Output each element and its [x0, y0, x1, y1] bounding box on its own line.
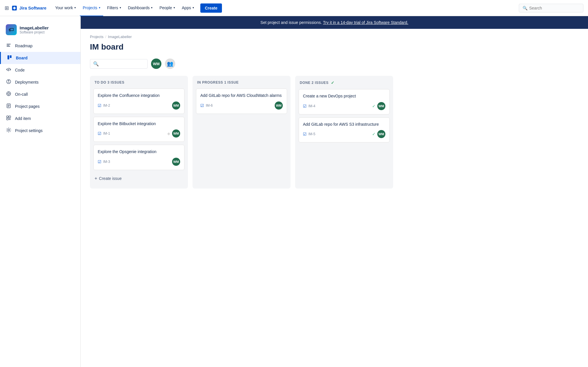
sidebar-item-project-settings[interactable]: Project settings — [0, 125, 80, 137]
board-column-done: DONE 2 ISSUES✓ Create a new DevOps proje… — [295, 76, 393, 189]
nav-your-work[interactable]: Your work ▾ — [52, 0, 79, 16]
svg-point-9 — [7, 92, 11, 96]
top-navigation: ⊞ Jira Software Your work ▾ Projects ▾ F… — [0, 0, 588, 16]
nav-apps[interactable]: Apps ▾ — [179, 0, 197, 16]
sidebar-item-roadmap[interactable]: Roadmap — [0, 40, 80, 52]
trial-banner: Set project and issue permissions. Try i… — [81, 16, 588, 29]
board-column-todo: TO DO 3 ISSUES Explore the Confluence in… — [90, 76, 188, 189]
column-header: DONE 2 ISSUES✓ — [299, 80, 390, 85]
issue-card[interactable]: Add GitLab repo for AWS CloudWatch alarm… — [196, 89, 287, 114]
svg-rect-20 — [9, 116, 11, 118]
main-layout: 🏷 ImageLabeller Software project Roadmap — [0, 16, 588, 367]
issue-assignee-avatar[interactable]: WM — [172, 158, 180, 166]
svg-point-8 — [8, 80, 9, 81]
nav-filters[interactable]: Filters ▾ — [104, 0, 124, 16]
board-search-input[interactable] — [101, 61, 144, 66]
issue-id: IM-6 — [206, 103, 213, 108]
issue-checkbox-icon: ☑ — [98, 131, 101, 136]
column-header: TO DO 3 ISSUES — [93, 80, 184, 84]
svg-rect-6 — [10, 55, 12, 58]
svg-rect-21 — [7, 118, 8, 120]
issue-checkbox-icon: ☑ — [200, 103, 204, 108]
add-item-icon — [6, 115, 12, 122]
column-title: TO DO 3 ISSUES — [95, 80, 125, 84]
svg-point-24 — [8, 129, 10, 131]
plus-icon: + — [95, 176, 97, 181]
search-icon: 🔍 — [523, 6, 527, 10]
issue-card[interactable]: Explore the Confluence integration ☑ IM-… — [93, 89, 184, 114]
chevron-down-icon: ▾ — [151, 6, 152, 9]
issue-id: IM-5 — [308, 132, 315, 136]
search-box[interactable]: 🔍 — [519, 4, 583, 12]
search-input[interactable] — [529, 6, 580, 10]
app-name-label: Jira Software — [19, 5, 46, 10]
column-title: IN PROGRESS 1 ISSUE — [197, 80, 239, 84]
chevron-down-icon: ▾ — [120, 6, 121, 9]
issue-card-title: Add GitLab repo for AWS CloudWatch alarm… — [200, 93, 283, 99]
issue-card[interactable]: Explore the Opsgenie integration ☑ IM-3 … — [93, 145, 184, 170]
issue-assignee-avatar[interactable]: WM — [275, 101, 283, 110]
sidebar-item-code[interactable]: Code — [0, 64, 80, 76]
issue-id: IM-4 — [308, 104, 315, 108]
sidebar-item-deployments[interactable]: Deployments — [0, 76, 80, 88]
issue-done-check-icon: ✓ — [372, 132, 376, 136]
create-issue-button[interactable]: +Create issue — [93, 173, 184, 184]
sidebar: 🏷 ImageLabeller Software project Roadmap — [0, 16, 81, 367]
breadcrumb-projects[interactable]: Projects — [90, 35, 103, 39]
gear-icon — [6, 127, 12, 134]
code-icon — [6, 67, 12, 73]
done-check-icon: ✓ — [331, 80, 335, 85]
sidebar-item-add-item[interactable]: Add item — [0, 112, 80, 125]
board: TO DO 3 ISSUES Explore the Confluence in… — [81, 76, 588, 198]
issue-assignee-avatar[interactable]: WM — [172, 101, 180, 110]
svg-rect-3 — [7, 45, 10, 46]
jira-diamond-icon — [11, 5, 18, 11]
nav-people[interactable]: People ▾ — [157, 0, 178, 16]
trial-link[interactable]: Try it in a 14-day trial of Jira Softwar… — [323, 20, 408, 25]
issue-card-title: Create a new DevOps project — [303, 93, 385, 99]
app-logo[interactable]: Jira Software — [11, 5, 46, 11]
column-title: DONE 2 ISSUES — [300, 81, 329, 85]
create-button[interactable]: Create — [200, 3, 222, 13]
project-header: 🏷 ImageLabeller Software project — [0, 21, 80, 40]
project-type: Software project — [20, 30, 49, 34]
search-icon: 🔍 — [93, 61, 99, 67]
breadcrumb: Projects / ImageLabeller — [81, 29, 588, 40]
issue-card[interactable]: Explore the Bitbucket integration ☑ IM-1… — [93, 117, 184, 142]
chevron-down-icon: ▾ — [74, 6, 76, 9]
sidebar-item-board[interactable]: Board — [0, 52, 80, 64]
issue-checkbox-icon: ☑ — [303, 104, 307, 108]
project-avatar: 🏷 — [6, 24, 17, 35]
issue-card-title: Explore the Bitbucket integration — [98, 121, 180, 127]
main-content: Set project and issue permissions. Try i… — [81, 16, 588, 367]
svg-line-7 — [8, 68, 9, 71]
issue-card-title: Explore the Confluence integration — [98, 93, 180, 99]
issue-assignee-avatar[interactable]: WM — [377, 130, 385, 138]
nav-projects[interactable]: Projects ▾ — [80, 0, 103, 16]
page-title: IM board — [81, 40, 588, 59]
sidebar-item-project-pages[interactable]: Project pages — [0, 100, 80, 112]
issue-assignee-avatar[interactable]: WM — [377, 102, 385, 110]
pin-icon: ◈ — [167, 131, 170, 136]
issue-id: IM-1 — [103, 131, 110, 135]
chevron-down-icon: ▾ — [193, 6, 194, 9]
issue-card[interactable]: Add GitLab repo for AWS S3 infrastructur… — [299, 117, 390, 143]
group-avatar-icon[interactable]: 👥 — [165, 59, 175, 69]
issue-done-check-icon: ✓ — [372, 104, 376, 108]
breadcrumb-project-name[interactable]: ImageLabeller — [108, 35, 132, 39]
issue-id: IM-3 — [103, 160, 110, 164]
roadmap-icon — [6, 43, 12, 49]
sidebar-item-oncall[interactable]: On-call — [0, 88, 80, 100]
issue-assignee-avatar[interactable]: WM — [172, 129, 180, 138]
svg-rect-5 — [7, 55, 9, 59]
user-avatar-wm[interactable]: WM — [151, 59, 161, 69]
issue-id: IM-2 — [103, 103, 110, 108]
svg-point-10 — [8, 93, 10, 95]
breadcrumb-separator: / — [105, 35, 106, 39]
nav-dashboards[interactable]: Dashboards ▾ — [125, 0, 156, 16]
issue-card[interactable]: Create a new DevOps project ☑ IM-4 ✓ WM — [299, 89, 390, 114]
issue-card-title: Explore the Opsgenie integration — [98, 149, 180, 155]
grid-icon[interactable]: ⊞ — [5, 5, 9, 11]
board-search[interactable]: 🔍 — [90, 59, 148, 69]
board-icon — [7, 55, 12, 61]
